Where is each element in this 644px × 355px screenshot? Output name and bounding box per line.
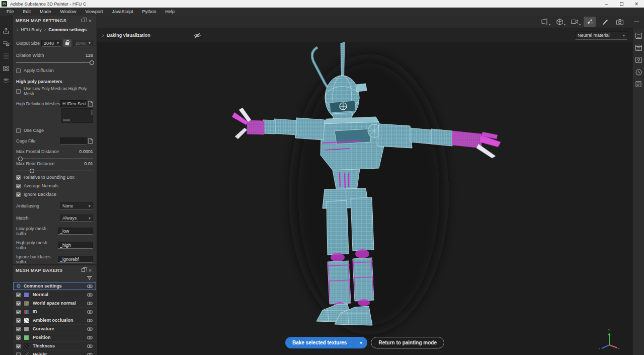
properties-panel-button[interactable] <box>634 56 643 64</box>
low-poly-suffix-input[interactable] <box>58 228 93 235</box>
chevron-right-icon: › <box>44 27 46 32</box>
chevron-down-icon: ▾ <box>89 41 91 45</box>
menu-window[interactable]: Window <box>56 8 81 16</box>
dilation-width-slider[interactable] <box>13 59 97 62</box>
use-low-poly-checkbox[interactable] <box>16 89 21 94</box>
left-shoulder <box>295 118 325 140</box>
material-mode-button[interactable]: ▾ <box>553 17 566 27</box>
link-icon[interactable] <box>87 318 93 323</box>
baker-checkbox[interactable] <box>16 318 21 323</box>
menu-help[interactable]: Help <box>160 8 179 16</box>
file-browse-icon[interactable] <box>88 101 93 107</box>
cage-file-value[interactable] <box>60 137 87 145</box>
history-panel-button[interactable] <box>634 68 643 76</box>
baker-row-height[interactable]: Height <box>13 350 96 355</box>
max-frontal-distance-slider[interactable] <box>13 155 97 159</box>
link-icon[interactable] <box>87 301 93 306</box>
ignore-backfaces-suffix-input[interactable] <box>58 256 93 263</box>
menu-viewport[interactable]: Viewport <box>81 8 108 16</box>
apply-diffusion-checkbox[interactable] <box>16 68 21 73</box>
minimize-button[interactable]: – <box>599 0 614 8</box>
breadcrumb-current[interactable]: Common settings <box>48 27 87 32</box>
grid-view-button[interactable] <box>2 52 11 60</box>
camera-view-button[interactable]: ▾ <box>569 17 581 27</box>
link-icon[interactable] <box>87 327 93 331</box>
menu-mode[interactable]: Mode <box>35 8 56 16</box>
average-normals-checkbox[interactable] <box>16 184 21 188</box>
baker-checkbox[interactable] <box>16 335 21 340</box>
export-button[interactable] <box>2 27 11 35</box>
display-mode-button[interactable]: ▾ <box>538 17 550 27</box>
baker-checkbox[interactable] <box>16 344 21 348</box>
close-button[interactable]: × <box>629 0 644 8</box>
ignore-backface-checkbox[interactable] <box>16 192 21 197</box>
use-cage-checkbox[interactable] <box>16 128 21 133</box>
screenshot-button[interactable] <box>614 17 626 27</box>
link-icon[interactable] <box>87 310 93 314</box>
float-panel-button[interactable] <box>79 18 87 24</box>
high-poly-suffix-input[interactable] <box>58 242 93 249</box>
link-icon[interactable] <box>87 293 93 297</box>
slider-handle[interactable] <box>18 157 23 161</box>
baker-row-curvature[interactable]: Curvature <box>13 325 96 333</box>
vertical-scrollbar[interactable] <box>91 110 93 115</box>
menu-file[interactable]: File <box>2 8 19 16</box>
match-select[interactable]: Always ▾ <box>60 215 93 222</box>
baker-row-thickness[interactable]: Thickness <box>13 342 96 350</box>
high-definition-meshes-value[interactable]: H:/Dev Section/_Pin <box>60 100 87 107</box>
file-browse-icon[interactable] <box>88 138 93 144</box>
relative-bounding-box-checkbox[interactable] <box>16 175 21 180</box>
viewport-3d[interactable]: › Baking visualization Neutral material … <box>97 28 632 355</box>
texture-set-list-button[interactable] <box>634 32 643 40</box>
output-size-select[interactable]: 2048 ▾ <box>41 40 61 47</box>
breadcrumb-root[interactable]: HFU Body <box>21 27 42 32</box>
material-selector[interactable]: Neutral material ▾ <box>575 31 627 40</box>
log-panel-button[interactable] <box>634 80 643 88</box>
baker-checkbox[interactable] <box>16 293 21 297</box>
resources-updater-button[interactable] <box>2 39 11 47</box>
list-icon <box>635 32 642 39</box>
filter-icon[interactable] <box>87 276 93 280</box>
robot-3d-model[interactable] <box>97 28 632 355</box>
high-definition-meshes-list[interactable] <box>61 108 93 123</box>
layers-panel-button[interactable] <box>634 44 643 52</box>
antialiasing-select[interactable]: None ▾ <box>60 202 93 209</box>
maximize-button[interactable] <box>614 0 629 8</box>
baker-row-position[interactable]: Position <box>13 333 96 341</box>
menu-edit[interactable]: Edit <box>19 8 36 16</box>
link-icon[interactable] <box>87 352 93 355</box>
lock-ratio-button[interactable] <box>63 39 71 47</box>
horizontal-scrollbar[interactable] <box>63 119 70 121</box>
baker-checkbox[interactable] <box>16 310 21 314</box>
particles-tool-button[interactable] <box>584 17 596 27</box>
baker-row-ambient-occlusion[interactable]: Ambient occlusion <box>13 316 96 324</box>
bake-options-dropdown[interactable]: ▾ <box>354 337 367 348</box>
menu-python[interactable]: Python <box>137 8 160 16</box>
slider-handle[interactable] <box>90 60 94 65</box>
baker-row-id[interactable]: ID <box>13 308 96 316</box>
link-icon[interactable] <box>87 284 93 289</box>
axis-gizmo[interactable]: y x z <box>598 326 620 350</box>
photo-camera-icon <box>616 19 624 25</box>
slider-handle[interactable] <box>30 169 34 173</box>
bake-selected-textures-button[interactable]: Bake selected textures ▾ <box>285 337 367 348</box>
baker-checkbox[interactable] <box>16 301 21 306</box>
close-panel-button[interactable]: × <box>87 267 94 273</box>
visibility-toggle-button[interactable] <box>193 32 201 39</box>
shelf-button[interactable] <box>2 77 11 85</box>
baker-row-world-space-normal[interactable]: World space normal <box>13 299 96 307</box>
link-icon[interactable] <box>87 335 93 340</box>
baker-checkbox[interactable] <box>16 352 21 355</box>
menu-javascript[interactable]: JavaScript <box>107 8 137 16</box>
max-rear-distance-slider[interactable] <box>13 167 97 171</box>
pen-tool-button[interactable] <box>599 17 611 27</box>
close-panel-button[interactable]: × <box>87 18 94 24</box>
camera-tool-button[interactable] <box>2 64 11 73</box>
baker-checkbox[interactable] <box>16 327 21 331</box>
collapse-arrow-icon[interactable]: › <box>102 33 104 38</box>
float-panel-button[interactable] <box>79 267 87 273</box>
link-icon[interactable] <box>87 344 93 348</box>
baker-row-normal[interactable]: Normal <box>13 291 96 299</box>
baker-row-common-settings[interactable]: ⚙ Common settings <box>13 282 96 290</box>
return-to-painting-mode-button[interactable]: Return to painting mode <box>371 337 444 348</box>
